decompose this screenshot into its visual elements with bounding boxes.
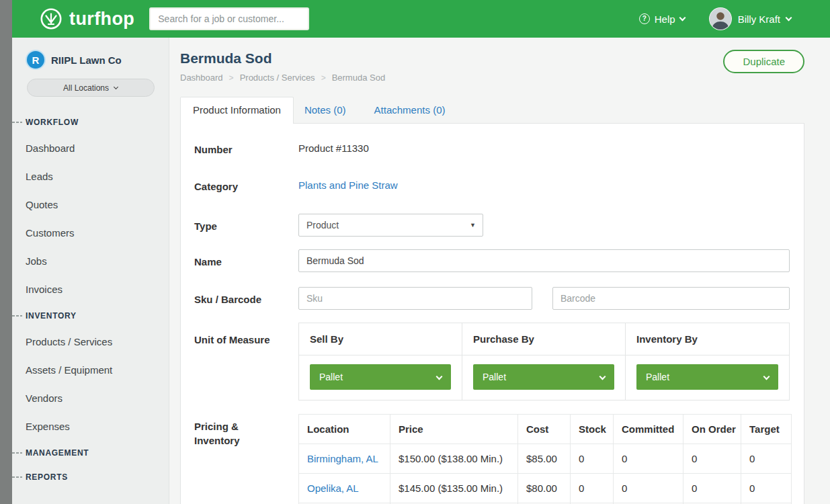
committed-cell: 0 bbox=[614, 474, 683, 503]
left-edge-strip bbox=[0, 0, 12, 504]
app-root: turfhop ? Help Billy Kraft bbox=[0, 0, 830, 504]
on-order-cell: 0 bbox=[683, 474, 741, 503]
sidebar-nav: WORKFLOW Dashboard Leads Quotes Customer… bbox=[12, 110, 169, 489]
sell-by-value: Pallet bbox=[319, 372, 343, 382]
sku-barcode-row: Sku / Barcode bbox=[194, 287, 790, 310]
price-cell: $145.00 ($135.00 Min.) bbox=[390, 474, 518, 503]
tab-attachments[interactable]: Attachments (0) bbox=[364, 97, 463, 123]
user-name: Billy Kraft bbox=[738, 13, 780, 25]
barcode-input[interactable] bbox=[552, 287, 790, 310]
stock-cell: 0 bbox=[571, 444, 614, 474]
location-link[interactable]: Opelika, AL bbox=[299, 474, 390, 503]
sidebar: R RIIPL Lawn Co All Locations WORKFLOW D… bbox=[12, 38, 169, 504]
col-on-order: On Order bbox=[683, 415, 741, 444]
inventory-by-value: Pallet bbox=[646, 372, 669, 382]
number-label: Number bbox=[194, 142, 298, 157]
pricing-inventory-row: Pricing & Inventory Location Price Cost bbox=[194, 414, 790, 504]
sprinkler-logo-icon bbox=[39, 7, 63, 31]
nav-section-inventory[interactable]: INVENTORY bbox=[12, 304, 169, 328]
chevron-down-icon bbox=[786, 14, 792, 21]
name-input[interactable] bbox=[298, 249, 790, 272]
nav-section-workflow[interactable]: WORKFLOW bbox=[12, 110, 169, 134]
nav-section-management[interactable]: MANAGEMENT bbox=[12, 441, 169, 465]
tab-notes[interactable]: Notes (0) bbox=[294, 97, 364, 123]
top-bar: turfhop ? Help Billy Kraft bbox=[12, 0, 830, 38]
sku-input[interactable] bbox=[298, 287, 532, 310]
duplicate-button[interactable]: Duplicate bbox=[723, 50, 804, 73]
type-row: Type Product ▼ bbox=[194, 214, 790, 237]
section-dashes-icon bbox=[12, 476, 22, 478]
number-row: Number Product #11330 bbox=[194, 142, 790, 157]
brand-logo[interactable]: turfhop bbox=[39, 7, 134, 31]
page-header: Bermuda Sod Dashboard > Products / Servi… bbox=[169, 38, 830, 83]
sidebar-item-jobs[interactable]: Jobs bbox=[12, 247, 169, 276]
cost-cell: $80.00 bbox=[518, 474, 571, 503]
sidebar-item-quotes[interactable]: Quotes bbox=[12, 191, 169, 219]
product-information-panel: Number Product #11330 Category Plants an… bbox=[180, 123, 804, 504]
sidebar-item-expenses[interactable]: Expenses bbox=[12, 413, 169, 441]
unit-of-measure-row: Unit of Measure Sell By Purchase By Inve… bbox=[194, 323, 790, 401]
global-search-input[interactable] bbox=[149, 7, 309, 30]
sidebar-item-customers[interactable]: Customers bbox=[12, 219, 169, 247]
inventory-by-dropdown[interactable]: Pallet bbox=[636, 364, 778, 390]
col-location: Location bbox=[299, 415, 390, 444]
name-label: Name bbox=[194, 249, 298, 272]
pricing-header-row: Location Price Cost Stock Committed On O… bbox=[299, 415, 792, 444]
breadcrumb-separator: > bbox=[229, 73, 234, 83]
avatar bbox=[709, 7, 732, 30]
breadcrumb-products-services[interactable]: Products / Services bbox=[240, 73, 315, 83]
sidebar-item-invoices[interactable]: Invoices bbox=[12, 276, 169, 304]
location-link[interactable]: Birmingham, AL bbox=[299, 444, 390, 474]
section-dashes-icon bbox=[12, 452, 22, 454]
location-filter-dropdown[interactable]: All Locations bbox=[27, 79, 155, 97]
user-menu[interactable]: Billy Kraft bbox=[709, 7, 791, 30]
question-circle-icon: ? bbox=[639, 13, 650, 24]
nav-section-label: MANAGEMENT bbox=[26, 448, 89, 458]
col-cost: Cost bbox=[518, 415, 571, 444]
price-cell: $150.00 ($138.00 Min.) bbox=[390, 444, 518, 474]
sidebar-item-assets-equipment[interactable]: Assets / Equipment bbox=[12, 356, 169, 384]
sidebar-item-products-services[interactable]: Products / Services bbox=[12, 328, 169, 356]
tab-bar: Product Information Notes (0) Attachment… bbox=[180, 97, 804, 123]
type-select[interactable]: Product ▼ bbox=[298, 214, 483, 237]
stock-cell: 0 bbox=[571, 474, 614, 503]
sidebar-item-vendors[interactable]: Vendors bbox=[12, 384, 169, 413]
caret-down-icon: ▼ bbox=[467, 222, 479, 228]
top-bar-right: ? Help Billy Kraft bbox=[639, 7, 830, 30]
uom-header-sell-by: Sell By bbox=[299, 323, 462, 355]
purchase-by-value: Pallet bbox=[483, 372, 506, 382]
chevron-down-icon bbox=[599, 373, 606, 380]
committed-cell: 0 bbox=[614, 444, 683, 474]
avatar-photo bbox=[710, 8, 731, 30]
sidebar-item-leads[interactable]: Leads bbox=[12, 163, 169, 191]
tab-product-information[interactable]: Product Information bbox=[180, 97, 294, 124]
nav-section-reports[interactable]: REPORTS bbox=[12, 465, 169, 489]
sell-by-dropdown[interactable]: Pallet bbox=[310, 364, 451, 390]
help-label: Help bbox=[655, 13, 675, 25]
nav-section-label: REPORTS bbox=[26, 472, 68, 482]
brand-wordmark: turfhop bbox=[69, 9, 134, 30]
col-price: Price bbox=[390, 415, 518, 444]
breadcrumb-current: Bermuda Sod bbox=[332, 73, 386, 83]
page-title: Bermuda Sod bbox=[180, 50, 804, 67]
sidebar-item-dashboard[interactable]: Dashboard bbox=[12, 134, 169, 163]
target-cell: 0 bbox=[741, 444, 792, 474]
location-filter-label: All Locations bbox=[63, 83, 109, 93]
help-menu[interactable]: ? Help bbox=[639, 13, 685, 25]
on-order-cell: 0 bbox=[683, 444, 741, 474]
company-badge: R bbox=[27, 51, 44, 69]
type-label: Type bbox=[194, 214, 298, 237]
company-header: R RIIPL Lawn Co bbox=[12, 38, 169, 69]
table-row-birmingham: Birmingham, AL $150.00 ($138.00 Min.) $8… bbox=[299, 444, 792, 474]
sku-barcode-label: Sku / Barcode bbox=[194, 287, 298, 310]
company-name: RIIPL Lawn Co bbox=[51, 54, 122, 66]
target-cell: 0 bbox=[741, 474, 792, 503]
category-link[interactable]: Plants and Pine Straw bbox=[298, 179, 398, 191]
breadcrumb-dashboard[interactable]: Dashboard bbox=[180, 73, 223, 83]
purchase-by-dropdown[interactable]: Pallet bbox=[473, 364, 614, 390]
table-row-opelika: Opelika, AL $145.00 ($135.00 Min.) $80.0… bbox=[299, 474, 792, 503]
section-dashes-icon bbox=[12, 315, 22, 317]
chevron-down-icon bbox=[763, 373, 770, 380]
cost-cell: $85.00 bbox=[518, 444, 571, 474]
breadcrumb-separator: > bbox=[321, 73, 326, 83]
